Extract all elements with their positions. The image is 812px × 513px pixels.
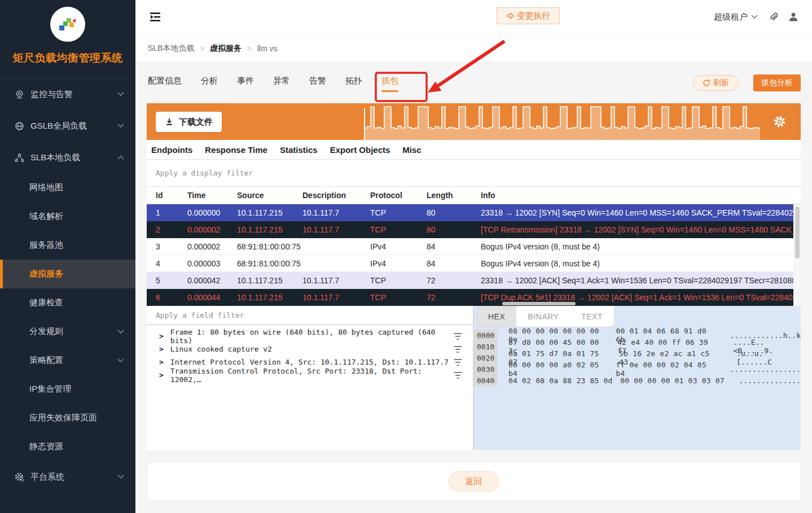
sidebar-item-failover-page[interactable]: 应用失效保障页面 bbox=[0, 404, 135, 432]
tab-config-info[interactable]: 配置信息 bbox=[148, 72, 182, 93]
cell-source: 10.1.117.215 bbox=[237, 276, 302, 285]
chevron-right-icon[interactable]: > bbox=[159, 358, 164, 366]
sidebar-item-virtual-service[interactable]: 虚拟服务 bbox=[0, 260, 135, 288]
field-filter-input[interactable]: Apply a field filter bbox=[147, 306, 473, 325]
tab-alerts[interactable]: 告警 bbox=[309, 72, 326, 93]
cell-info: [TCP Retransmission] 23318 → 12002 [SYN]… bbox=[481, 225, 801, 234]
sidebar-item-server-pool[interactable]: 服务器池 bbox=[0, 231, 135, 260]
subtab-statistics[interactable]: Statistics bbox=[280, 145, 318, 155]
user-icon[interactable] bbox=[788, 12, 798, 22]
sidebar-item-label: 网络地图 bbox=[29, 182, 63, 193]
table-row[interactable]: 40.00000368:91:81:00:00:75IPv484Bogus IP… bbox=[147, 255, 801, 272]
refresh-button[interactable]: 刷新 bbox=[693, 75, 739, 91]
display-filter-input[interactable]: Apply a display filter bbox=[147, 160, 801, 187]
tab-capture[interactable]: 抓包 bbox=[381, 72, 398, 93]
hex-ascii: .u..u. [......C bbox=[736, 349, 801, 366]
hex-bytes: 00 00 00 00 a0 02 05 b4 bbox=[508, 361, 609, 378]
app-root: 矩尺负载均衡管理系统 监控与告警GSLB全局负载SLB本地负载网络地图域名解析服… bbox=[0, 0, 812, 513]
sidebar-item-label: IP集合管理 bbox=[29, 384, 71, 394]
tree-item-label: Linux cooked capture v2 bbox=[170, 345, 272, 353]
sidebar-item-dispatch-rules[interactable]: 分发规则 bbox=[0, 317, 135, 346]
chevron-right-icon[interactable]: > bbox=[159, 345, 164, 353]
refresh-label: 刷新 bbox=[713, 78, 729, 88]
display-filter-placeholder: Apply a display filter bbox=[156, 169, 253, 177]
sidebar-item-ip-set[interactable]: IP集合管理 bbox=[0, 375, 135, 404]
menu-fold-icon[interactable] bbox=[149, 11, 161, 23]
cell-time: 0.000000 bbox=[187, 208, 237, 217]
column-header-source: Source bbox=[237, 191, 302, 200]
cell-length: 72 bbox=[427, 293, 481, 302]
breadcrumb: SLB本地负载>虚拟服务>llm vs bbox=[135, 34, 812, 62]
column-header-time: Time bbox=[187, 191, 237, 200]
vertical-scrollbar[interactable] bbox=[793, 204, 801, 306]
tab-analysis[interactable]: 分析 bbox=[201, 72, 218, 93]
sidebar-item-slb[interactable]: SLB本地负载 bbox=[0, 142, 135, 173]
table-row[interactable]: 30.00000268:91:81:00:00:75IPv484Bogus IP… bbox=[147, 238, 801, 255]
table-row[interactable]: 50.00004210.1.117.21510.1.117.7TCP722331… bbox=[147, 272, 801, 289]
chevron-right-icon[interactable]: > bbox=[159, 332, 164, 340]
subtab-misc[interactable]: Misc bbox=[402, 145, 421, 155]
filter-list-icon[interactable] bbox=[453, 358, 463, 366]
change-exec-button[interactable]: 变更执行 bbox=[497, 7, 560, 24]
hex-offset: 0040 bbox=[474, 375, 497, 386]
sidebar-item-label: 静态资源 bbox=[29, 441, 63, 452]
sidebar-item-static-res[interactable]: 静态资源 bbox=[0, 432, 135, 461]
cell-length: 84 bbox=[427, 242, 481, 251]
tenant-selector[interactable]: 超级租户 bbox=[714, 12, 758, 23]
filter-list-icon[interactable] bbox=[453, 345, 463, 353]
tab-exceptions[interactable]: 异常 bbox=[273, 72, 290, 93]
tab-events[interactable]: 事件 bbox=[237, 72, 254, 93]
sidebar-item-health-check[interactable]: 健康检查 bbox=[0, 288, 135, 317]
sidebar: 矩尺负载均衡管理系统 监控与告警GSLB全局负载SLB本地负载网络地图域名解析服… bbox=[0, 0, 135, 513]
arrow-right-icon bbox=[506, 12, 515, 20]
filter-list-icon[interactable] bbox=[453, 371, 463, 379]
cell-id: 3 bbox=[156, 242, 187, 251]
breadcrumb-item[interactable]: SLB本地负载 bbox=[148, 43, 194, 54]
subtabs: EndpointsResponse TimeStatisticsExport O… bbox=[147, 140, 801, 160]
table-row[interactable]: 10.00000010.1.117.21510.1.117.7TCP802331… bbox=[147, 204, 801, 221]
capture-analysis-button[interactable]: 抓包分析 bbox=[753, 74, 801, 91]
sidebar-item-label: 域名解析 bbox=[29, 211, 63, 222]
hex-tab-hex[interactable]: HEX bbox=[477, 306, 516, 327]
tree-item[interactable]: >Transmission Control Protocol, Src Port… bbox=[147, 369, 473, 382]
cell-protocol: IPv4 bbox=[370, 242, 427, 251]
cell-time: 0.000003 bbox=[187, 259, 237, 268]
sidebar-item-policy-config[interactable]: 策略配置 bbox=[0, 346, 135, 375]
chevron-up-icon bbox=[117, 155, 124, 160]
tab-topology[interactable]: 拓扑 bbox=[345, 72, 362, 93]
link-icon[interactable] bbox=[768, 12, 778, 22]
cell-time: 0.000044 bbox=[187, 293, 237, 302]
cell-description: 10.1.117.7 bbox=[302, 208, 370, 217]
sidebar-item-label: GSLB全局负载 bbox=[30, 121, 87, 131]
hex-tab-binary[interactable]: BINARY bbox=[516, 306, 570, 327]
sidebar-item-dns-resolve[interactable]: 域名解析 bbox=[0, 202, 135, 231]
sidebar-item-monitoring[interactable]: 监控与告警 bbox=[0, 78, 135, 110]
hex-tab-text[interactable]: TEXT bbox=[570, 306, 614, 327]
tree-item[interactable]: >Frame 1: 80 bytes on wire (640 bits), 8… bbox=[147, 330, 473, 343]
tree-item-label: Transmission Control Protocol, Src Port:… bbox=[170, 367, 453, 384]
topbar: 变更执行 超级租户 bbox=[135, 0, 812, 34]
packet-waveform[interactable] bbox=[364, 103, 760, 140]
sidebar-item-gslb[interactable]: GSLB全局负载 bbox=[0, 110, 135, 142]
gear-icon[interactable] bbox=[773, 115, 786, 130]
breadcrumb-item[interactable]: 虚拟服务 bbox=[210, 43, 242, 54]
table-row[interactable]: 60.00004410.1.117.21510.1.117.7TCP72[TCP… bbox=[147, 289, 801, 306]
cell-length: 80 bbox=[427, 208, 481, 217]
subtab-endpoints[interactable]: Endpoints bbox=[151, 145, 192, 155]
download-file-button[interactable]: 下载文件 bbox=[156, 112, 222, 132]
back-button[interactable]: 返回 bbox=[449, 471, 499, 492]
cell-time: 0.000002 bbox=[187, 225, 237, 234]
table-row[interactable]: 20.00000210.1.117.21510.1.117.7TCP80[TCP… bbox=[147, 221, 801, 238]
filter-list-icon[interactable] bbox=[453, 332, 463, 340]
sidebar-item-network-map[interactable]: 网络地图 bbox=[0, 173, 135, 202]
sidebar-item-platform[interactable]: 平台系统 bbox=[0, 461, 135, 493]
globe-icon bbox=[14, 120, 25, 131]
chevron-down-icon bbox=[117, 330, 124, 334]
hex-ascii: .............. bbox=[739, 376, 801, 385]
subtab-export-objects[interactable]: Export Objects bbox=[330, 145, 390, 155]
subtab-response-time[interactable]: Response Time bbox=[205, 145, 267, 155]
scrollbar-thumb[interactable] bbox=[795, 207, 800, 258]
chevron-right-icon[interactable]: > bbox=[159, 371, 164, 379]
cell-length: 84 bbox=[427, 259, 481, 268]
horizontal-scrollbar[interactable] bbox=[502, 302, 576, 305]
